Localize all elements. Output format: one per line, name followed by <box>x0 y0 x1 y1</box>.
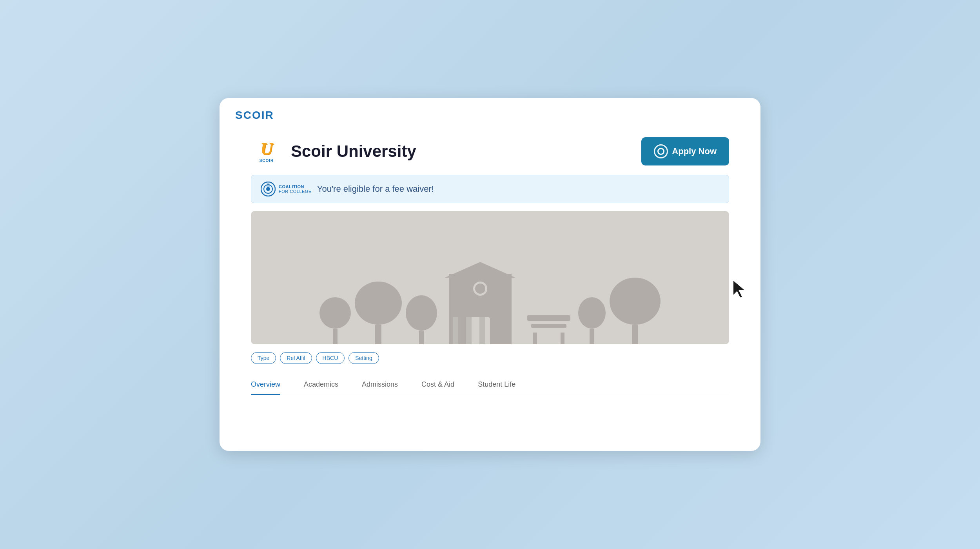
tags-row: Type Rel Affil HBCU Setting <box>251 352 729 364</box>
university-header: U SCOIR Scoir University Apply Now <box>251 136 729 167</box>
coalition-icon <box>261 182 276 196</box>
scoir-logo: SCOIR <box>235 109 274 121</box>
hero-illustration <box>319 274 661 344</box>
nav-tabs: Overview Academics Admissions Cost & Aid… <box>251 375 729 395</box>
top-bar: SCOIR <box>220 98 760 128</box>
tree-icon-4 <box>578 297 606 344</box>
main-window: SCOIR U SCOIR Scoir University Apply Now <box>220 98 760 451</box>
tab-overview[interactable]: Overview <box>251 375 280 395</box>
coalition-logo: COALITION FOR COLLEGE <box>261 182 312 196</box>
tag-rel-affil[interactable]: Rel Affil <box>280 352 312 364</box>
svg-marker-3 <box>733 280 746 298</box>
tree-icon-5 <box>610 278 661 344</box>
apply-now-button[interactable]: Apply Now <box>641 137 729 165</box>
coalition-text-bottom: FOR COLLEGE <box>279 189 312 194</box>
university-left: U SCOIR Scoir University <box>251 136 416 167</box>
university-name: Scoir University <box>291 142 416 161</box>
tab-academics[interactable]: Academics <box>304 375 338 395</box>
hero-image <box>251 211 729 344</box>
tab-cost-aid[interactable]: Cost & Aid <box>421 375 454 395</box>
coalition-text-top: COALITION <box>279 184 312 189</box>
building-icon <box>449 274 512 344</box>
university-logo: U SCOIR <box>251 136 282 167</box>
main-content: U SCOIR Scoir University Apply Now <box>220 128 760 395</box>
apply-icon <box>654 144 668 158</box>
tree-icon-2 <box>355 282 402 344</box>
tab-student-life[interactable]: Student Life <box>478 375 515 395</box>
apply-now-label: Apply Now <box>672 146 717 156</box>
bench-icon <box>527 315 570 344</box>
tab-admissions[interactable]: Admissions <box>362 375 398 395</box>
fee-waiver-banner: COALITION FOR COLLEGE You're eligible fo… <box>251 175 729 203</box>
university-logo-letter: U <box>260 140 273 158</box>
tag-hbcu[interactable]: HBCU <box>316 352 345 364</box>
tree-icon-1 <box>319 297 351 344</box>
tree-icon-3 <box>406 295 437 344</box>
cursor-icon <box>731 278 749 299</box>
fee-waiver-message: You're eligible for a fee waiver! <box>317 184 434 194</box>
university-logo-text: SCOIR <box>260 158 274 163</box>
coalition-text: COALITION FOR COLLEGE <box>279 184 312 194</box>
tag-setting[interactable]: Setting <box>348 352 379 364</box>
tag-type[interactable]: Type <box>251 352 276 364</box>
